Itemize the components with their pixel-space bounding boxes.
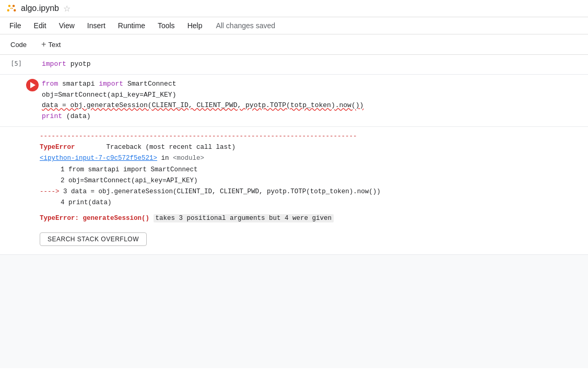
run-button[interactable] (26, 79, 39, 91)
code-line-4: print (data) (42, 111, 584, 122)
menu-bar: File Edit View Insert Runtime Tools Help… (0, 17, 588, 34)
line1-code: from smartapi import SmartConnect (68, 166, 198, 173)
code-line-3: data = obj.generateSession(CLIENT_ID, CL… (42, 100, 584, 111)
traceback-line-2: 2 obj=SmartConnect(api_key=API_KEY) (40, 175, 588, 186)
error-dashes-line: ----------------------------------------… (40, 131, 588, 142)
cell-2-gutter (0, 75, 25, 126)
menu-help[interactable]: Help (182, 19, 208, 32)
cell-1: [5] import pyotp (0, 55, 588, 75)
traceback-line-3: ----> 3 data = obj.generateSession(CLIEN… (40, 186, 588, 197)
import-keyword2: import (99, 80, 123, 88)
line4-num: 4 (61, 199, 65, 206)
save-status: All changes saved (216, 21, 275, 30)
cell-2-run-btn-area[interactable] (25, 75, 40, 126)
traceback-line-4: 4 print(data) (40, 197, 588, 208)
line2-num: 2 (61, 177, 65, 184)
in-text: in (161, 155, 173, 162)
search-button-area: SEARCH STACK OVERFLOW (40, 228, 588, 250)
traceback-link-line: <ipython-input-7-c9c572f5e521> in <modul… (40, 153, 588, 164)
output-content: ----------------------------------------… (40, 127, 588, 254)
error-header-line: TypeError Traceback (most recent call la… (40, 142, 588, 153)
module-text: <module> (173, 155, 204, 162)
text-button[interactable]: + Text (35, 38, 67, 51)
cell-2: from smartapi import SmartConnect obj=Sm… (0, 75, 588, 255)
code-button[interactable]: Code (4, 39, 33, 51)
cell-1-run-area (25, 55, 40, 74)
plus-icon: + (41, 40, 46, 49)
smartapi-module: smartapi (62, 80, 99, 88)
code-line-2: obj=SmartConnect(api_key=API_KEY) (42, 90, 584, 101)
notebook-filename: algo.ipynb (21, 4, 59, 13)
menu-view[interactable]: View (54, 19, 80, 32)
from-keyword: from (42, 80, 58, 88)
colab-logo-icon (6, 3, 17, 14)
traceback-label: Traceback (most recent call last) (107, 142, 236, 153)
toolbar: Code + Text (0, 34, 588, 55)
import-keyword: import (42, 60, 66, 68)
pyotp-module: pyotp (70, 60, 91, 68)
line1-num: 1 (61, 166, 65, 173)
line4-code: print(data) (68, 199, 112, 206)
print-arg: (data) (66, 112, 91, 120)
error-type-label: TypeError (40, 142, 75, 153)
menu-edit[interactable]: Edit (29, 19, 52, 32)
error-message-line: TypeError: generateSession() takes 3 pos… (40, 213, 588, 224)
search-stackoverflow-button[interactable]: SEARCH STACK OVERFLOW (40, 232, 147, 246)
smartconnect-class: SmartConnect (127, 80, 177, 88)
traceback-line-1: 1 from smartapi import SmartConnect (40, 165, 588, 175)
menu-tools[interactable]: Tools (152, 19, 180, 32)
error-highlight: takes 3 positional arguments but 4 were … (154, 214, 334, 222)
print-keyword: print (42, 112, 62, 120)
spacer (40, 209, 588, 213)
error-dashes: ----------------------------------------… (40, 133, 357, 140)
cell-1-code[interactable]: import pyotp (40, 55, 588, 74)
title-bar: algo.ipynb ☆ (0, 0, 588, 17)
cell-2-code[interactable]: from smartapi import SmartConnect obj=Sm… (40, 75, 588, 126)
traceback-link[interactable]: <ipython-input-7-c9c572f5e521> (40, 155, 157, 162)
text-button-label: Text (48, 41, 61, 49)
data-assignment: data = obj.generateSession(CLIENT_ID, CL… (42, 101, 363, 109)
menu-insert[interactable]: Insert (82, 19, 111, 32)
obj-assignment: obj=SmartConnect(api_key=API_KEY) (42, 91, 176, 99)
notebook: [5] import pyotp from smartapi import (0, 55, 588, 368)
star-icon[interactable]: ☆ (63, 4, 70, 14)
menu-file[interactable]: File (4, 19, 27, 32)
line3-num: 3 (63, 188, 67, 195)
output-area: ----------------------------------------… (0, 126, 588, 254)
arrow-indicator: ----> (40, 188, 60, 195)
code-line-1: from smartapi import SmartConnect (42, 79, 584, 90)
error-message-prefix: TypeError: generateSession() (40, 215, 154, 222)
cell-1-line-number: [5] (0, 55, 25, 74)
line2-code: obj=SmartConnect(api_key=API_KEY) (68, 177, 198, 184)
menu-runtime[interactable]: Runtime (113, 19, 150, 32)
line3-code: data = obj.generateSession(CLIENT_ID, CL… (71, 188, 381, 195)
